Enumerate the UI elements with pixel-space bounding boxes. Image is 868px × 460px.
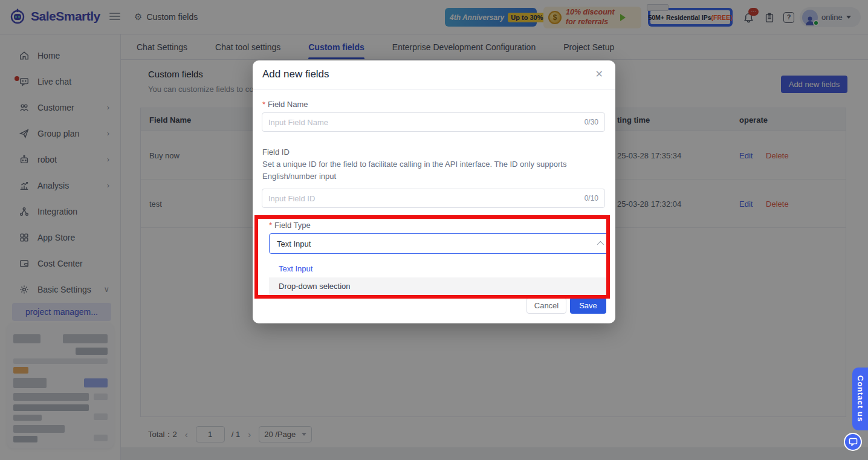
contact-us-label: Contact us [856,375,865,422]
contact-chat-bubble-icon[interactable] [844,433,862,451]
cancel-button[interactable]: Cancel [526,297,566,314]
field-id-description: Set a unique ID for the field to facilit… [262,158,602,183]
chevron-up-icon [597,241,604,248]
required-mark: * [269,221,272,230]
field-type-value: Text Input [277,239,311,248]
field-name-input[interactable] [268,118,580,127]
field-id-label: Field ID [262,147,290,157]
field-id-input[interactable] [268,194,580,203]
option-drop-down-selection[interactable]: Drop-down selection [269,277,610,295]
field-name-input-wrap: 0/30 [262,112,605,132]
required-mark: * [262,100,265,109]
field-name-label: *Field Name [262,100,308,109]
field-type-label: *Field Type [269,221,311,230]
app-screen: SaleSmartly ⚙ Custom fields 4th Annivers… [0,0,868,460]
add-new-fields-modal: Add new fields ✕ *Field Name 0/30 Field … [253,60,615,323]
field-name-counter: 0/30 [585,118,598,126]
save-button[interactable]: Save [570,297,606,314]
field-type-select[interactable]: Text Input [269,233,610,254]
option-text-input[interactable]: Text Input [269,260,610,277]
field-id-counter: 0/10 [585,194,598,202]
close-icon[interactable]: ✕ [595,68,603,80]
modal-title: Add new fields [262,68,329,80]
modal-divider [253,89,615,90]
field-id-input-wrap: 0/10 [262,189,605,208]
contact-us-tab[interactable]: Contact us [852,368,868,430]
